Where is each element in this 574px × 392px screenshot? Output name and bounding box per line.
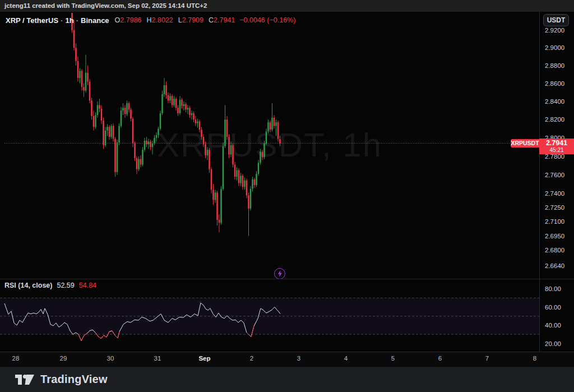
rsi-ma-value: 54.84 [79,282,96,289]
tradingview-wordmark[interactable]: TradingView [40,373,108,386]
time-axis-label: 4 [336,355,355,362]
high-value: 2.8022 [152,16,173,24]
rsi-axis-label: 80.00 [545,285,561,293]
high-letter: H [147,16,152,24]
last-price-label: 2.7941 45:21 [539,139,574,154]
separator-dot: · [76,16,78,25]
time-axis-label: 8 [525,355,544,362]
time-axis-label: 29 [54,355,73,362]
time-axis-label: 2 [242,355,261,362]
price-axis-label: 2.8600 [545,80,564,87]
price-axis-label: 2.7100 [545,218,564,225]
price-axis[interactable]: 2.92002.90002.88002.86002.84002.82002.80… [539,12,574,365]
time-axis-label: 7 [478,355,497,362]
rsi-axis-label: 60.00 [545,303,561,311]
price-axis-label: 2.7600 [545,171,564,179]
low-value: 2.7909 [182,16,203,24]
lightning-button[interactable] [274,268,285,279]
symbol-name[interactable]: XRP / TetherUS [6,16,58,25]
time-axis-label: 30 [101,355,120,362]
symbol-header: XRP / TetherUS · 1h · Binance O2.7986 H2… [6,15,295,25]
bar-countdown: 45:21 [539,147,574,153]
close-value: 2.7941 [214,16,235,24]
time-axis-label: 6 [430,355,450,362]
rsi-axis-label: 40.00 [545,321,561,329]
last-price-value: 2.7941 [539,139,574,147]
price-axis-label: 2.9200 [545,26,564,34]
rsi-title: RSI [4,282,16,289]
rsi-indicator-label[interactable]: RSI (14, close) 52.59 54.84 [4,282,96,289]
time-axis[interactable]: 28293031Sep2345678 [0,352,574,366]
tradingview-chart-window: XRPUSDT, 1h jcteng11 created with Tradin… [0,0,574,392]
time-axis-label: 28 [6,355,25,362]
time-axis-label: 31 [148,355,167,362]
symbol-price-tag: XRPUSDT [511,139,539,147]
price-axis-label: 2.6640 [545,262,564,270]
ohlc-values: O2.7986 H2.8022 L2.7909 C2.7941 [115,16,235,24]
low-letter: L [178,16,182,24]
price-change: −0.0046 (−0.16%) [239,16,295,24]
lightning-icon [277,270,283,277]
tradingview-logo-icon[interactable] [15,372,35,387]
price-axis-label: 2.6800 [545,246,564,254]
exchange-label[interactable]: Binance [81,16,109,25]
time-axis-label: Sep [195,355,214,362]
price-chart-canvas[interactable] [0,0,574,392]
price-axis-label: 2.8800 [545,62,564,70]
interval-label[interactable]: 1h [66,16,74,25]
rsi-value: 52.59 [57,282,74,289]
footer-bar: TradingView [0,367,574,392]
open-value: 2.7986 [120,16,141,24]
rsi-axis-label: 20.00 [545,340,561,348]
price-axis-label: 2.7400 [545,190,564,197]
separator-dot: · [61,16,63,25]
price-axis-label: 2.8200 [545,116,564,123]
currency-toggle-button[interactable]: USDT [543,14,569,26]
price-axis-label: 2.6950 [545,232,564,240]
price-axis-label: 2.9000 [545,44,564,52]
close-letter: C [209,16,214,24]
time-axis-label: 3 [289,355,308,362]
price-axis-label: 2.8400 [545,98,564,105]
open-letter: O [115,16,121,24]
time-axis-label: 5 [383,355,402,362]
attribution-bar: jcteng11 created with TradingView.com, S… [0,0,574,12]
pane-divider[interactable] [0,279,574,279]
price-axis-label: 2.7250 [545,204,564,211]
rsi-params: (14, close) [18,282,52,289]
